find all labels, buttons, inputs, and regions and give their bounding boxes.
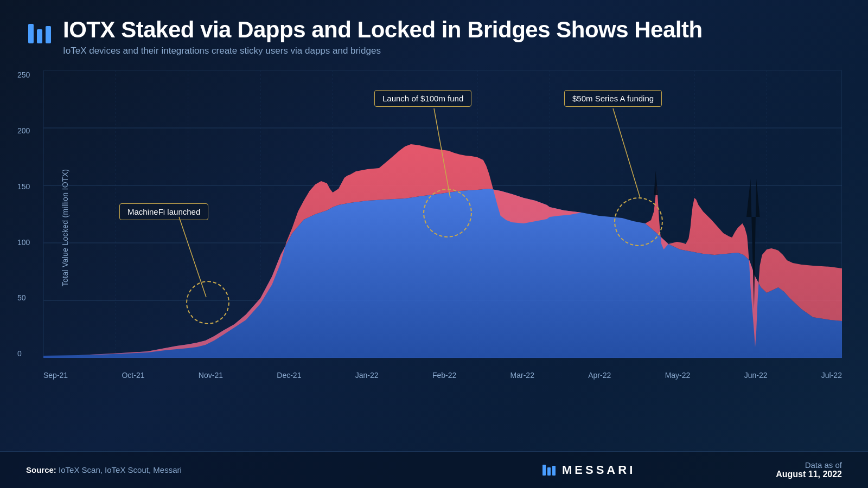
messari-logo-icon bbox=[541, 463, 557, 478]
annotation-50m-circle bbox=[614, 197, 663, 246]
x-tick-jun22: Jun-22 bbox=[744, 371, 768, 380]
x-tick-mar22: Mar-22 bbox=[510, 371, 534, 380]
y-tick-50: 50 bbox=[17, 293, 30, 302]
y-tick-150: 150 bbox=[17, 182, 30, 191]
y-tick-0: 0 bbox=[17, 349, 30, 358]
messari-logo: MESSARI bbox=[401, 463, 776, 478]
y-tick-200: 200 bbox=[17, 126, 30, 135]
y-tick-labels: 250 200 150 100 50 0 bbox=[17, 70, 30, 358]
data-as-of: Data as of August 11, 2022 bbox=[776, 460, 842, 479]
chart-container: Total Value Locked (million IOTX) 250 20… bbox=[43, 70, 842, 385]
y-tick-250: 250 bbox=[17, 70, 30, 79]
svg-rect-27 bbox=[547, 467, 551, 476]
annotation-machinefi: MachineFi launched bbox=[119, 203, 208, 220]
x-tick-apr22: Apr-22 bbox=[588, 371, 611, 380]
source-label: Source: bbox=[26, 465, 56, 474]
x-tick-dec21: Dec-21 bbox=[277, 371, 301, 380]
logo bbox=[26, 20, 54, 48]
x-tick-nov21: Nov-21 bbox=[199, 371, 223, 380]
source-text: Source: IoTeX Scan, IoTeX Scout, Messari bbox=[26, 465, 401, 474]
data-as-of-label: Data as of bbox=[805, 460, 842, 470]
chart-area: Sep-21 Oct-21 Nov-21 Dec-21 Jan-22 Feb-2… bbox=[43, 70, 842, 385]
x-tick-feb22: Feb-22 bbox=[432, 371, 456, 380]
footer: Source: IoTeX Scan, IoTeX Scout, Messari… bbox=[0, 451, 868, 488]
x-tick-jul22: Jul-22 bbox=[821, 371, 842, 380]
svg-rect-26 bbox=[542, 465, 546, 476]
y-tick-100: 100 bbox=[17, 238, 30, 247]
x-tick-sep21: Sep-21 bbox=[43, 371, 68, 380]
header-text: IOTX Staked via Dapps and Locked in Brid… bbox=[63, 17, 703, 56]
svg-marker-21 bbox=[654, 171, 658, 195]
annotation-50m: $50m Series A funding bbox=[564, 90, 662, 107]
data-as-of-date: August 11, 2022 bbox=[776, 470, 842, 479]
svg-rect-1 bbox=[37, 29, 42, 43]
page-subtitle: IoTeX devices and their integrations cre… bbox=[63, 46, 703, 56]
annotation-100m-circle bbox=[423, 189, 472, 237]
x-tick-may22: May-22 bbox=[665, 371, 691, 380]
messari-brand-text: MESSARI bbox=[562, 463, 635, 477]
annotation-machinefi-circle bbox=[186, 281, 229, 324]
header: IOTX Staked via Dapps and Locked in Brid… bbox=[0, 0, 868, 65]
annotation-100m: Launch of $100m fund bbox=[374, 90, 471, 107]
x-tick-jan22: Jan-22 bbox=[355, 371, 379, 380]
svg-rect-28 bbox=[552, 466, 556, 476]
x-tick-labels: Sep-21 Oct-21 Nov-21 Dec-21 Jan-22 Feb-2… bbox=[43, 371, 842, 380]
svg-rect-0 bbox=[28, 24, 34, 43]
x-tick-oct21: Oct-21 bbox=[122, 371, 144, 380]
svg-rect-2 bbox=[46, 26, 51, 43]
page-title: IOTX Staked via Dapps and Locked in Brid… bbox=[63, 17, 703, 42]
source-value: IoTeX Scan, IoTeX Scout, Messari bbox=[59, 465, 182, 474]
